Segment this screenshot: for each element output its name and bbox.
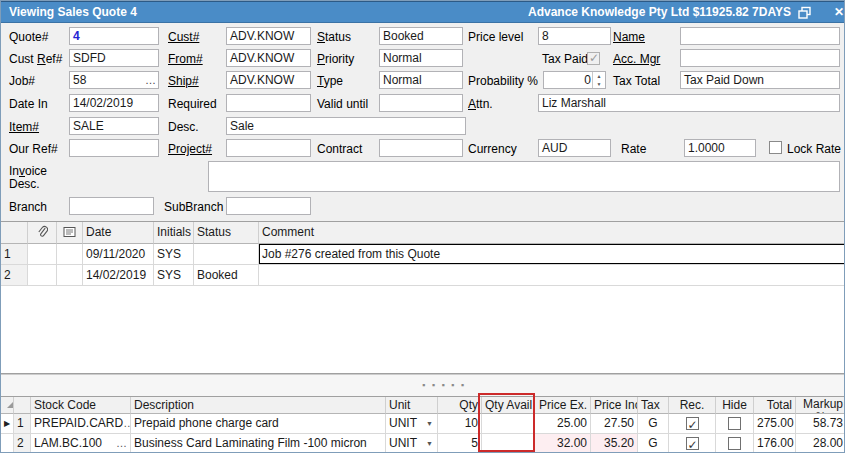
subbranch-field[interactable] [226, 197, 311, 215]
initials-column-header[interactable]: Initials [154, 222, 194, 244]
price-ex-cell[interactable]: 25.00 [534, 414, 591, 434]
rate-field[interactable]: 1.0000 [684, 139, 756, 157]
price-inc-column-header[interactable]: Price Inc. [591, 397, 638, 414]
unit-cell[interactable]: UNIT▼ [386, 434, 438, 453]
branch-field[interactable] [69, 197, 154, 215]
invoice-desc-field[interactable] [208, 161, 840, 192]
cust-link[interactable]: Cust# [168, 30, 199, 44]
markup-column-header[interactable]: Markup% [796, 397, 845, 414]
job-lookup-icon[interactable]: … [145, 73, 156, 87]
qty-cell[interactable]: 10 [438, 414, 482, 434]
rec-column-header[interactable]: Rec. [669, 397, 716, 414]
project-field[interactable] [226, 139, 311, 157]
price-inc-cell[interactable]: 27.50 [591, 414, 638, 434]
description-cell[interactable]: Prepaid phone charge card [131, 414, 386, 434]
tax-cell[interactable]: G [638, 434, 669, 453]
qty-avail-cell[interactable] [482, 434, 534, 453]
unit-cell[interactable]: UNIT▼ [386, 414, 438, 434]
priority-field[interactable]: Normal [379, 49, 463, 67]
item-link[interactable]: Item# [9, 120, 39, 134]
rec-cell[interactable] [669, 434, 716, 453]
probability-stepper[interactable]: 0 ▲▼ [543, 71, 606, 89]
rec-cell[interactable] [669, 414, 716, 434]
unit-dropdown-icon[interactable]: ▼ [426, 414, 434, 433]
item-row[interactable]: ▶ 1 PREPAID.CARD… Prepaid phone charge c… [1, 414, 845, 434]
qty-avail-column-header[interactable]: Qty Avail. [482, 397, 534, 414]
name-link[interactable]: Name [613, 30, 645, 44]
cust-ref-field[interactable]: SDFD [69, 49, 159, 67]
rec-checkbox[interactable] [686, 417, 699, 430]
total-cell[interactable]: 176.00 [754, 434, 796, 453]
restore-icon[interactable] [798, 6, 812, 20]
total-column-header[interactable]: Total [754, 397, 796, 414]
initials-cell[interactable]: SYS [154, 244, 194, 265]
price-level-field[interactable]: 8 [538, 27, 611, 45]
comment-column-header[interactable]: Comment [259, 222, 845, 244]
item-row[interactable]: 2 LAM.BC.100… Business Card Laminating F… [1, 434, 845, 453]
hide-column-header[interactable]: Hide [716, 397, 754, 414]
price-ex-column-header[interactable]: Price Ex. [534, 397, 591, 414]
initials-cell[interactable]: SYS [154, 265, 194, 286]
attachment-cell[interactable] [28, 265, 57, 286]
ship-link[interactable]: Ship# [168, 74, 199, 88]
name-field[interactable] [680, 27, 840, 45]
date-in-field[interactable]: 14/02/2019 [69, 94, 159, 112]
stock-lookup-icon[interactable]: … [116, 434, 127, 453]
attachment-cell[interactable] [28, 244, 57, 265]
spinner-arrows-icon[interactable]: ▲▼ [592, 72, 605, 88]
our-ref-field[interactable] [69, 139, 159, 157]
status-cell[interactable]: Booked [194, 265, 259, 286]
attn-field[interactable]: Liz Marshall [538, 94, 840, 112]
from-link[interactable]: From# [168, 52, 203, 66]
qty-column-header[interactable]: Qty [438, 397, 482, 414]
hide-cell[interactable] [716, 414, 754, 434]
lock-rate-checkbox[interactable] [769, 141, 782, 154]
close-icon[interactable]: ✕ [834, 5, 845, 19]
description-cell[interactable]: Business Card Laminating Film -100 micro… [131, 434, 386, 453]
rec-checkbox[interactable] [686, 437, 699, 450]
currency-field[interactable]: AUD [538, 139, 611, 157]
cust-field[interactable]: ADV.KNOW [226, 27, 311, 45]
item-field[interactable]: SALE [69, 117, 159, 135]
note-column-header[interactable] [57, 222, 83, 244]
grid-splitter-handle[interactable]: ▪ ▪ ▪ ▪ ▪ [1, 374, 845, 396]
price-ex-cell-highlighted[interactable]: 32.00 [534, 434, 591, 453]
markup-cell[interactable]: 58.73 [796, 414, 845, 434]
stock-code-cell[interactable]: LAM.BC.100… [31, 434, 131, 453]
stock-code-cell[interactable]: PREPAID.CARD… [31, 414, 131, 434]
hide-checkbox[interactable] [728, 437, 741, 450]
project-link[interactable]: Project# [168, 142, 212, 156]
date-column-header[interactable]: Date [83, 222, 154, 244]
valid-until-field[interactable] [379, 94, 463, 112]
comment-row[interactable]: 2 14/02/2019 SYS Booked [1, 265, 845, 286]
tax-total-field[interactable]: Tax Paid Down [680, 71, 840, 89]
from-field[interactable]: ADV.KNOW [226, 49, 311, 67]
acc-mgr-link[interactable]: Acc. Mgr [613, 52, 660, 66]
description-column-header[interactable]: Description [131, 397, 386, 414]
tax-cell[interactable]: G [638, 414, 669, 434]
markup-cell[interactable]: 28.00 [796, 434, 845, 453]
note-cell[interactable] [57, 244, 83, 265]
status-field[interactable]: Booked [379, 27, 463, 45]
date-cell[interactable]: 14/02/2019 [83, 265, 154, 286]
status-column-header[interactable]: Status [194, 222, 259, 244]
stock-code-column-header[interactable]: Stock Code [31, 397, 131, 414]
ship-field[interactable]: ADV.KNOW [226, 71, 311, 89]
comment-cell-focused[interactable]: Job #276 created from this Quote [259, 244, 845, 265]
desc-field[interactable]: Sale [226, 117, 466, 135]
title-bar[interactable]: Viewing Sales Quote 4 Advance Knowledge … [1, 1, 845, 23]
contract-field[interactable] [379, 139, 463, 157]
qty-avail-cell[interactable] [482, 414, 534, 434]
type-field[interactable]: Normal [379, 71, 463, 89]
required-field[interactable] [226, 94, 311, 112]
total-cell[interactable]: 275.00 [754, 414, 796, 434]
job-field[interactable]: 58… [69, 71, 159, 89]
status-cell[interactable] [194, 244, 259, 265]
hide-cell[interactable] [716, 434, 754, 453]
comment-cell[interactable] [259, 265, 845, 286]
unit-dropdown-icon[interactable]: ▼ [426, 434, 434, 453]
hide-checkbox[interactable] [728, 417, 741, 430]
attachment-column-header[interactable] [28, 222, 57, 244]
quote-field[interactable]: 4 [69, 27, 159, 45]
unit-column-header[interactable]: Unit [386, 397, 438, 414]
